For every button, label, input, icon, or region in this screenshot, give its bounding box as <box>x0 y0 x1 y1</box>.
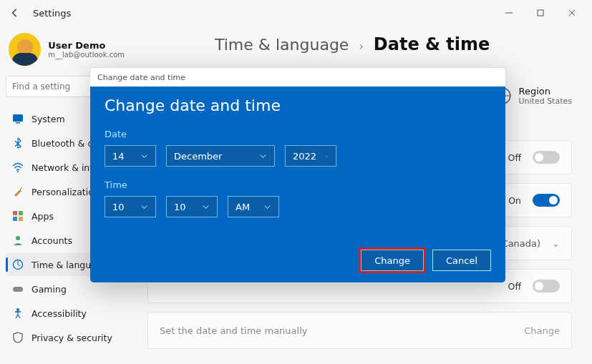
manual-row: Set the date and time manually Change <box>147 312 572 349</box>
change-button-disabled[interactable]: Change <box>524 325 560 336</box>
sidebar-item-privacy[interactable]: Privacy & security <box>6 326 127 349</box>
ampm-combo[interactable]: AM <box>228 196 279 217</box>
close-button[interactable] <box>556 2 588 24</box>
month-combo[interactable]: December <box>166 145 275 167</box>
svg-point-12 <box>16 308 19 311</box>
manual-label: Set the date and time manually <box>160 325 307 336</box>
apps-icon <box>11 210 24 222</box>
user-email: m__lab@outlook.com <box>48 51 125 59</box>
svg-point-9 <box>16 236 20 240</box>
toggle-state: Off <box>503 281 521 292</box>
sidebar-item-label: Privacy & security <box>31 333 112 343</box>
sidebar-item-label: Gaming <box>31 284 67 295</box>
wifi-icon <box>11 161 24 174</box>
breadcrumb-current: Date & time <box>374 34 490 54</box>
dialog-caption: Change date and time <box>90 68 505 87</box>
chevron-down-icon: ⌄ <box>552 238 560 249</box>
svg-rect-11 <box>13 287 23 292</box>
svg-rect-0 <box>538 10 543 16</box>
sidebar-item-accessibility[interactable]: Accessibility <box>6 302 127 325</box>
chevron-down-icon <box>263 203 271 211</box>
accessibility-icon <box>11 307 24 320</box>
system-icon <box>11 112 24 125</box>
hour-combo[interactable]: 10 <box>105 196 156 217</box>
svg-point-4 <box>17 171 19 172</box>
person-icon <box>11 234 24 247</box>
maximize-button[interactable] <box>525 2 556 24</box>
change-date-time-dialog: Change date and time Change date and tim… <box>89 67 506 283</box>
day-combo[interactable]: 14 <box>105 145 156 167</box>
chevron-down-icon <box>325 152 329 160</box>
brush-icon <box>11 185 24 198</box>
breadcrumb-parent[interactable]: Time & language <box>215 36 349 54</box>
chevron-down-icon <box>259 152 267 160</box>
avatar <box>9 33 41 66</box>
back-button[interactable] <box>4 2 26 24</box>
time-label: Time <box>105 179 491 190</box>
svg-rect-6 <box>19 211 23 215</box>
date-label: Date <box>105 129 491 139</box>
chevron-down-icon <box>140 152 148 160</box>
svg-rect-5 <box>13 211 17 215</box>
dialog-title: Change date and time <box>105 97 491 114</box>
cancel-button[interactable]: Cancel <box>432 250 491 271</box>
sidebar-item-label: System <box>31 114 65 124</box>
breadcrumb: Time & language › Date & time <box>215 34 572 54</box>
title-bar: Settings <box>0 0 592 26</box>
year-combo[interactable]: 2022 <box>285 145 336 167</box>
app-title: Settings <box>33 8 71 19</box>
svg-rect-2 <box>13 114 23 122</box>
sidebar-item-label: Accounts <box>31 235 72 246</box>
shield-icon <box>11 331 24 344</box>
toggle-switch[interactable] <box>533 194 560 207</box>
sidebar-item-label: Apps <box>31 211 54 222</box>
chevron-down-icon <box>140 203 148 211</box>
globe-clock-icon <box>11 258 24 271</box>
toggle-switch[interactable] <box>533 151 560 164</box>
svg-rect-7 <box>13 217 17 221</box>
gamepad-icon <box>11 282 24 295</box>
region-label: Region <box>519 86 573 97</box>
toggle-switch[interactable] <box>533 280 560 292</box>
region-value: United States <box>519 97 573 106</box>
change-button[interactable]: Change <box>361 250 424 271</box>
chevron-right-icon: › <box>359 39 363 53</box>
svg-rect-3 <box>16 122 20 124</box>
chevron-down-icon <box>202 203 210 211</box>
user-name: User Demo <box>48 40 125 51</box>
svg-rect-8 <box>19 217 23 221</box>
minute-combo[interactable]: 10 <box>166 196 218 217</box>
bluetooth-icon <box>11 137 24 149</box>
sidebar-item-label: Accessibility <box>31 308 87 319</box>
minimize-button[interactable] <box>493 2 525 24</box>
